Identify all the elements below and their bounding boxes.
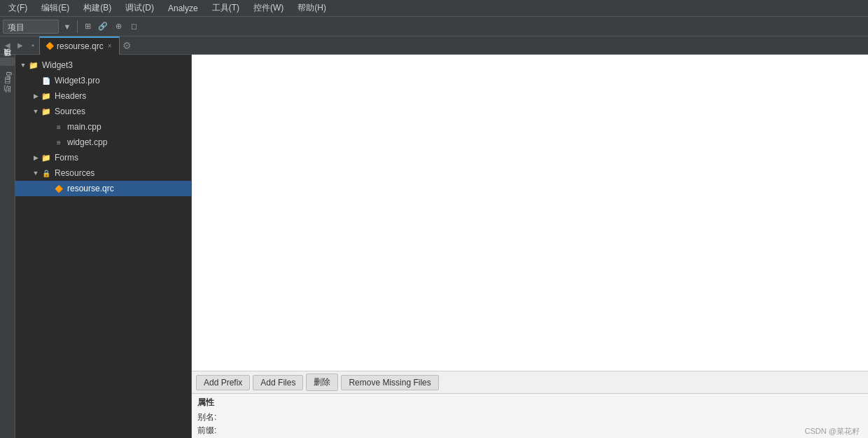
watermark: CSDN @菜花籽 (802, 425, 862, 438)
remove-missing-btn[interactable]: Remove Missing Files (341, 375, 438, 390)
pro-icon: 📄 (41, 75, 52, 86)
properties-title: 属性 (197, 397, 862, 409)
tree-item-widgetcpp[interactable]: ≡ widget.cpp (15, 135, 191, 150)
folder-icon-forms: 📁 (41, 152, 52, 163)
label-maincpp: main.cpp (67, 122, 102, 132)
menu-edit[interactable]: 编辑(E) (36, 1, 75, 15)
label-widget3pro: Widget3.pro (55, 76, 100, 85)
tab-back-btn[interactable]: ◀ (1, 36, 14, 55)
tree-item-forms[interactable]: ▶ 📁 Forms (15, 150, 191, 165)
label-sources: Sources (55, 107, 85, 116)
folder-icon-widget3: 📁 (28, 60, 39, 71)
add-prefix-btn[interactable]: Add Prefix (196, 375, 250, 390)
tab-bar: ◀ ▶ ▪ 🔶 resourse.qrc × ⚙ (0, 36, 868, 55)
project-tree: ▼ 📁 Widget3 📄 Widget3.pro ▶ 📁 Headers ▼ … (15, 55, 191, 438)
toolbar-separator-1 (77, 20, 78, 33)
sidebar-tab-nav1[interactable]: 目 (0, 85, 15, 94)
property-label-alias: 别名: (197, 411, 225, 423)
tab-close-btn[interactable]: × (106, 42, 113, 50)
label-widget3: Widget3 (42, 60, 73, 70)
tree-item-headers[interactable]: ▶ 📁 Headers (15, 88, 191, 104)
tab-forward-btn[interactable]: ▶ (14, 36, 27, 55)
label-resources: Resources (55, 168, 94, 178)
label-widgetcpp: widget.cpp (67, 137, 107, 147)
cpp-icon-widget: ≡ (53, 137, 64, 148)
menu-debug[interactable]: 调试(D) (120, 1, 160, 15)
expand-resources: ▼ (31, 170, 41, 177)
property-row-alias: 别名: (197, 411, 862, 423)
project-dropdown-label[interactable]: 项目 (3, 20, 59, 34)
menu-help[interactable]: 帮助(H) (292, 1, 332, 15)
qrc-icon: 🔶 (53, 183, 64, 194)
menu-tools[interactable]: 工具(T) (206, 1, 245, 15)
main-toolbar: 项目 ▼ ⊞ 🔗 ⊕ ◻ (0, 17, 868, 36)
expand-headers: ▶ (31, 93, 41, 100)
folder-icon-headers: 📁 (41, 90, 52, 102)
label-resoursqrc: resourse.qrc (67, 184, 114, 193)
tree-item-resoursqrc[interactable]: 🔶 resourse.qrc (15, 181, 191, 196)
resource-toolbar: Add Prefix Add Files 删除 Remove Missing F… (192, 371, 868, 393)
property-label-prefix: 前缀: (197, 425, 225, 437)
tree-item-sources[interactable]: ▼ 📁 Sources (15, 104, 191, 119)
toolbar-dropdown-btn[interactable]: ▼ (60, 20, 74, 34)
tab-file-icon: 🔶 (46, 42, 54, 50)
toolbar-filter-btn[interactable]: ⊞ (80, 20, 94, 34)
resource-icon: 🔒 (41, 167, 52, 179)
expand-forms: ▶ (31, 154, 41, 161)
tree-item-widget3pro[interactable]: 📄 Widget3.pro (15, 73, 191, 88)
folder-icon-sources: 📁 (41, 106, 52, 117)
tab-title: resourse.qrc (57, 41, 104, 51)
tab-resourse-qrc[interactable]: 🔶 resourse.qrc × (39, 36, 120, 55)
menubar: 文(F) 编辑(E) 构建(B) 调试(D) Analyze 工具(T) 控件(… (0, 0, 868, 17)
tab-menu-btn[interactable]: ▪ (27, 36, 39, 55)
sidebar-tab-project[interactable]: 目项 (0, 57, 15, 66)
expand-widget3: ▼ (18, 62, 28, 69)
toolbar-remove-btn[interactable]: ◻ (127, 20, 141, 34)
editor-content[interactable] (192, 55, 868, 371)
properties-panel: 属性 别名: 前缀: (192, 393, 868, 438)
main-layout: 目项 ug 目 助 ▼ 📁 Widget3 📄 Widget3.pro ▶ 📁 (0, 55, 868, 438)
menu-analyze[interactable]: Analyze (162, 2, 204, 15)
menu-file[interactable]: 文(F) (3, 1, 33, 15)
property-row-prefix: 前缀: (197, 425, 862, 437)
menu-build[interactable]: 构建(B) (78, 1, 117, 15)
sidebar-tab-nav2[interactable]: 助 (0, 95, 15, 104)
sidebar-tab-outline[interactable]: ug (1, 67, 14, 84)
toolbar-link-btn[interactable]: 🔗 (96, 20, 110, 34)
tab-area-icon: ⚙ (122, 40, 132, 51)
project-panel: ▼ 📁 Widget3 📄 Widget3.pro ▶ 📁 Headers ▼ … (15, 55, 192, 438)
cpp-icon-main: ≡ (53, 121, 64, 132)
delete-btn[interactable]: 删除 (306, 374, 338, 391)
tree-item-maincpp[interactable]: ≡ main.cpp (15, 119, 191, 135)
label-forms: Forms (55, 153, 78, 163)
tree-item-resources[interactable]: ▼ 🔒 Resources (15, 165, 191, 181)
add-files-btn[interactable]: Add Files (253, 375, 303, 390)
expand-sources: ▼ (31, 108, 41, 115)
toolbar-add-btn[interactable]: ⊕ (111, 20, 125, 34)
tree-item-widget3[interactable]: ▼ 📁 Widget3 (15, 57, 191, 73)
label-headers: Headers (55, 91, 86, 101)
menu-widgets[interactable]: 控件(W) (248, 1, 289, 15)
left-sidebar: 目项 ug 目 助 (0, 55, 15, 438)
